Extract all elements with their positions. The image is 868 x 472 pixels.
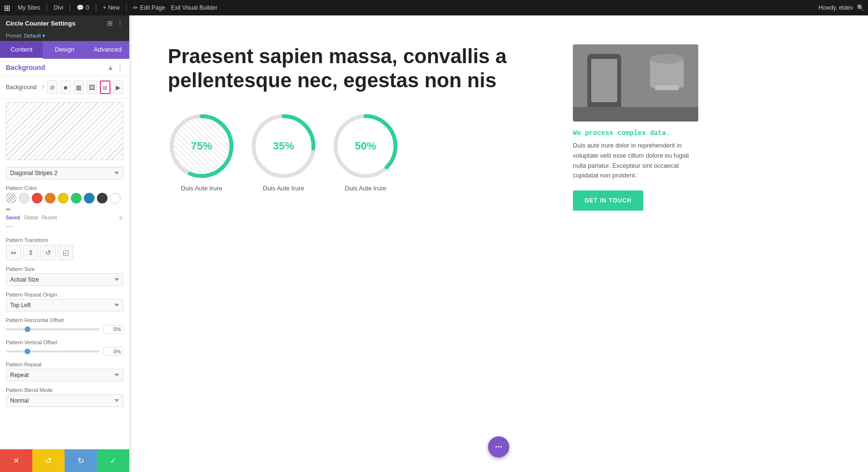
- transform-invert[interactable]: ◱: [58, 245, 73, 260]
- save-button[interactable]: ✓: [97, 449, 129, 472]
- cancel-button[interactable]: ✕: [0, 449, 32, 472]
- color-swatch-orange[interactable]: [45, 193, 55, 203]
- color-picker-icon[interactable]: ✏: [6, 206, 11, 213]
- pattern-v-offset-slider-container: 0%: [6, 347, 123, 356]
- background-section-header: Background ▲ ⋮: [0, 59, 129, 77]
- more-options-icon[interactable]: ⋮: [117, 64, 123, 71]
- pattern-transform-row: Pattern Transform ⇔ ⇕ ↺ ◱: [0, 234, 129, 263]
- collapse-icon[interactable]: ▲: [107, 64, 114, 71]
- settings-panel: Circle Counter Settings ⊞ ⋮ Preset: Defa…: [0, 15, 129, 472]
- bg-help-icon[interactable]: ?: [41, 84, 44, 90]
- panel-title: Circle Counter Settings: [6, 20, 75, 27]
- color-swatch-blue[interactable]: [84, 193, 95, 203]
- panel-preset: Preset: Default ▾: [0, 31, 129, 41]
- transform-rotate-ccw[interactable]: ↺: [41, 245, 56, 260]
- color-tab-recent[interactable]: Recent: [41, 215, 57, 220]
- panel-settings-icon[interactable]: ⊞: [107, 19, 113, 27]
- comments-link[interactable]: 💬 0: [77, 4, 89, 11]
- hero-title: Praesent sapien massa, convallis a pelle…: [168, 44, 554, 93]
- svg-rect-15: [573, 107, 698, 121]
- pattern-h-offset-value[interactable]: 0%: [103, 325, 123, 334]
- counter-label-2: Duis Aute Irure: [263, 185, 304, 192]
- pattern-v-offset-thumb[interactable]: [25, 349, 30, 354]
- pattern-color-row: Pattern Color ✏ Saved Global Recent 🗑 ··…: [0, 182, 129, 234]
- counter-item-3: 50% Duis Aute Irure: [332, 112, 399, 192]
- pattern-repeat-origin-select[interactable]: Top Left: [6, 299, 123, 311]
- cta-button[interactable]: GET IN TOUCH: [573, 190, 643, 211]
- tab-advanced[interactable]: Advanced: [86, 41, 129, 59]
- svg-point-10: [650, 54, 684, 64]
- pattern-h-offset-track[interactable]: [6, 328, 99, 330]
- undo-button[interactable]: ↺: [32, 449, 65, 472]
- section-controls: ▲ ⋮: [107, 64, 123, 71]
- svg-rect-13: [591, 59, 617, 102]
- exit-builder-link[interactable]: Exit Visual Builder: [171, 4, 217, 11]
- pattern-h-offset-label: Pattern Horizontal Offset: [6, 317, 123, 323]
- user-greeting: Howdy, etdev 🔍: [818, 4, 864, 11]
- transform-flip-h[interactable]: ⇔: [6, 245, 21, 260]
- bg-type-image[interactable]: 🖼: [87, 81, 97, 94]
- pattern-type-row: Diagonal Stripes 2: [0, 164, 129, 182]
- pattern-blend-select[interactable]: Normal: [6, 394, 123, 407]
- color-swatches: ✏: [6, 193, 123, 213]
- color-swatch-light[interactable]: [110, 193, 121, 203]
- pattern-v-offset-value[interactable]: 0%: [103, 347, 123, 356]
- search-icon[interactable]: 🔍: [857, 4, 864, 11]
- color-swatch-red[interactable]: [32, 193, 42, 203]
- pattern-h-offset-slider-container: 0%: [6, 325, 123, 334]
- circle-3: 50%: [332, 112, 399, 180]
- color-tab-saved[interactable]: Saved: [6, 215, 20, 220]
- color-swatch-transparent[interactable]: [6, 193, 16, 203]
- color-swatch-green[interactable]: [71, 193, 81, 203]
- panel-header-icons: ⊞ ⋮: [107, 19, 123, 27]
- new-link[interactable]: + New: [103, 4, 120, 11]
- edit-page-link[interactable]: ✏ Edit Page: [133, 4, 165, 11]
- left-column: Praesent sapien massa, convallis a pelle…: [168, 44, 554, 211]
- panel-menu-icon[interactable]: ⋮: [117, 19, 123, 27]
- wp-logo-icon[interactable]: ⊞: [4, 3, 10, 13]
- bg-type-gradient[interactable]: ▦: [74, 81, 84, 94]
- redo-icon: ↻: [78, 456, 84, 465]
- undo-icon: ↺: [45, 456, 52, 465]
- bg-type-video[interactable]: ▶: [113, 81, 123, 94]
- pattern-type-select[interactable]: Diagonal Stripes 2: [6, 167, 123, 179]
- page-layout: Praesent sapien massa, convallis a pelle…: [168, 44, 698, 211]
- divi-link[interactable]: Divi: [54, 4, 63, 11]
- tab-design[interactable]: Design: [43, 41, 86, 59]
- pattern-repeat-row: Pattern Repeat Repeat: [0, 359, 129, 384]
- transform-flip-v[interactable]: ⇕: [23, 245, 39, 260]
- bg-type-pattern[interactable]: ▨: [100, 81, 110, 94]
- cancel-icon: ✕: [13, 456, 19, 465]
- panel-header: Circle Counter Settings ⊞ ⋮: [0, 15, 129, 31]
- tab-content[interactable]: Content: [0, 41, 43, 59]
- bg-type-color[interactable]: ■: [60, 81, 70, 94]
- hero-image: [573, 44, 698, 121]
- counter-item-2: 35% Duis Aute Irure: [250, 112, 317, 192]
- bg-label: Background: [6, 84, 37, 91]
- panel-footer: ✕ ↺ ↻ ✓: [0, 449, 129, 472]
- bg-type-none[interactable]: ⊘: [47, 81, 57, 94]
- pattern-size-select[interactable]: Actual Size: [6, 273, 123, 286]
- pattern-preview: [6, 102, 123, 160]
- color-tab-global[interactable]: Global: [24, 215, 38, 220]
- counter-label-1: Duis Aute Irure: [181, 185, 222, 192]
- my-sites-link[interactable]: My Sites: [18, 4, 40, 11]
- pattern-repeat-origin-label: Pattern Repeat Origin: [6, 292, 123, 297]
- pattern-repeat-select[interactable]: Repeat: [6, 369, 123, 381]
- circle-value-3: 50%: [332, 112, 399, 180]
- panel-content: Background ▲ ⋮ Background ? ⊘ ■ ▦ 🖼 ▨ ▶ …: [0, 59, 129, 449]
- pattern-repeat-origin-row: Pattern Repeat Origin Top Left: [0, 289, 129, 314]
- fab-button[interactable]: ···: [488, 436, 509, 458]
- color-clear-icon[interactable]: 🗑: [119, 215, 123, 220]
- color-swatch-yellow[interactable]: [58, 193, 68, 203]
- pattern-color-label: Pattern Color: [6, 185, 123, 191]
- color-swatch-white[interactable]: [19, 193, 29, 203]
- redo-button[interactable]: ↻: [65, 449, 97, 472]
- color-more-icon[interactable]: ···: [6, 221, 123, 231]
- color-swatch-dark[interactable]: [97, 193, 108, 203]
- circle-value-2: 35%: [250, 112, 317, 180]
- circle-value-1: 75%: [168, 112, 235, 180]
- pattern-h-offset-thumb[interactable]: [25, 326, 30, 332]
- circle-1: 75%: [168, 112, 235, 180]
- pattern-v-offset-track[interactable]: [6, 351, 99, 352]
